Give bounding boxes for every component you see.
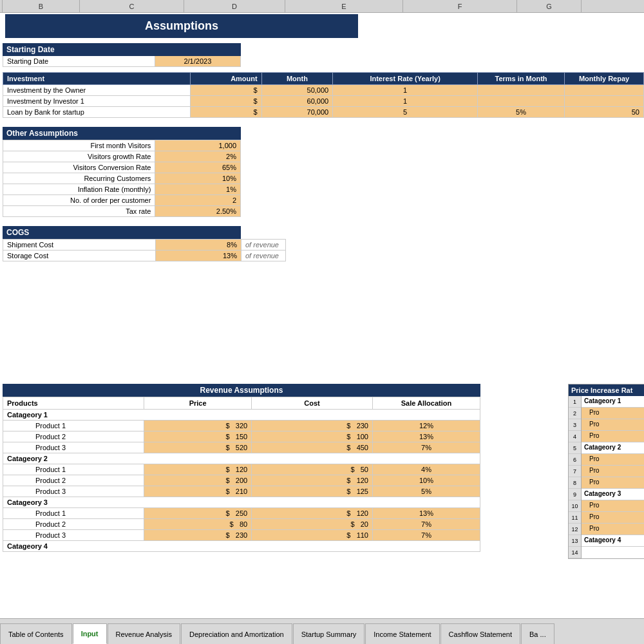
inv-row2-month[interactable]: 1 — [333, 96, 478, 107]
cat1-prod3-price[interactable]: $ 520 — [144, 442, 252, 453]
price-panel-body: 1 2 3 4 5 6 7 8 9 10 11 12 13 14 — [569, 396, 644, 558]
price-panel-content: Catageory 1 Pro Pro Pro Catageory 2 Pro … — [582, 396, 644, 558]
oa-row4-value[interactable]: 10% — [155, 173, 241, 184]
cat2-prod1-alloc[interactable]: 4% — [372, 464, 480, 475]
row-num-7: 7 — [569, 466, 581, 477]
cat1-prod1-cost[interactable]: $ 230 — [252, 421, 373, 431]
inv-col-amount: Amount — [191, 73, 262, 85]
table-row: Visitors Conversion Rate 65% — [3, 162, 241, 173]
cat2-prod2-price[interactable]: $ 200 — [144, 475, 252, 486]
price-increase-panel: Price Increase Rat 1 2 3 4 5 6 7 8 9 10 … — [568, 384, 644, 559]
cat1-prod1-alloc[interactable]: 12% — [372, 421, 480, 431]
inv-row2-amount[interactable]: 60,000 — [261, 96, 333, 107]
inv-row1-terms[interactable] — [565, 85, 644, 96]
cat4-label: Catageory 4 — [3, 541, 480, 552]
inv-row1-amount[interactable]: 50,000 — [261, 85, 333, 96]
cogs-row2-suffix: of revenue — [242, 251, 286, 261]
price-cat3-p1: Pro — [582, 500, 644, 512]
cat2-prod3-alloc[interactable]: 5% — [372, 486, 480, 497]
starting-date-header: Starting Date — [3, 43, 241, 56]
cat1-prod3-alloc[interactable]: 7% — [372, 442, 480, 453]
inv-row2-dollar[interactable]: $ — [191, 96, 262, 107]
price-cat1-p3: Pro — [582, 431, 644, 442]
revenue-assumptions-header: Revenue Assumptions — [3, 384, 480, 397]
inv-row3-terms[interactable]: 50 — [565, 107, 644, 118]
table-row: Product 3 $ 230 $ 110 7% — [3, 530, 480, 541]
price-cat1: Catageory 1 — [582, 396, 644, 408]
cat3-prod2-alloc[interactable]: 7% — [372, 519, 480, 530]
cat1-prod2-price[interactable]: $ 150 — [144, 431, 252, 442]
cat3-prod2-price[interactable]: $ 80 — [144, 519, 252, 530]
inv-row1-rate[interactable] — [478, 85, 565, 96]
cat3-prod1-price[interactable]: $ 250 — [144, 508, 252, 519]
table-row: Catageory 4 — [3, 541, 480, 552]
table-row: Shipment Cost 8% of revenue — [3, 240, 286, 251]
price-cat2-p3: Pro — [582, 477, 644, 489]
spreadsheet: B C D E F G Assumptions Starting Date St… — [0, 0, 644, 618]
row-num-14: 14 — [569, 547, 581, 558]
oa-row5-value[interactable]: 1% — [155, 184, 241, 195]
tab-table-of-contents[interactable]: Table of Contents — [0, 623, 72, 644]
oa-row2-value[interactable]: 2% — [155, 151, 241, 162]
starting-date-value[interactable]: 2/1/2023 — [155, 56, 240, 66]
cogs-row2-value[interactable]: 13% — [156, 251, 242, 261]
table-row: Catageory 1 — [3, 410, 480, 421]
cat2-label: Catageory 2 — [3, 453, 480, 464]
inv-row3-amount[interactable]: 70,000 — [261, 107, 333, 118]
inv-row3-dollar[interactable]: $ — [191, 107, 262, 118]
inv-row1-dollar[interactable]: $ — [191, 85, 262, 96]
cogs-row2-label: Storage Cost — [3, 251, 156, 261]
oa-row6-value[interactable]: 2 — [155, 195, 241, 206]
tab-input[interactable]: Input — [73, 623, 107, 644]
inv-row3-rate[interactable]: 5% — [478, 107, 565, 118]
table-row: Catageory 3 — [3, 497, 480, 508]
cat1-prod2-alloc[interactable]: 13% — [372, 431, 480, 442]
tab-ba[interactable]: Ba ... — [521, 623, 554, 644]
oa-row1-value[interactable]: 1,000 — [155, 140, 241, 151]
row-num-2: 2 — [569, 408, 581, 419]
starting-date-row: Starting Date 2/1/2023 — [3, 56, 241, 67]
cat1-label: Catageory 1 — [3, 410, 480, 421]
inv-row2-terms[interactable] — [565, 96, 644, 107]
tab-revenue-analysis[interactable]: Revenue Analysis — [108, 623, 180, 644]
cat1-prod2-cost[interactable]: $ 100 — [252, 431, 373, 442]
row-num-13: 13 — [569, 535, 581, 547]
cat3-prod3-cost[interactable]: $ 110 — [252, 530, 373, 541]
inv-row2-rate[interactable] — [478, 96, 565, 107]
oa-row3-value[interactable]: 65% — [155, 162, 241, 173]
cat3-prod3-price[interactable]: $ 230 — [144, 530, 252, 541]
oa-row2-label: Visitors growth Rate — [3, 151, 155, 162]
cat2-prod3-price[interactable]: $ 210 — [144, 486, 252, 497]
cat2-prod1-cost[interactable]: $ 50 — [252, 464, 373, 475]
oa-row7-label: Tax rate — [3, 206, 155, 217]
cat2-prod3-name: Product 3 — [3, 486, 144, 497]
cat2-prod3-cost[interactable]: $ 125 — [252, 486, 373, 497]
cat2-prod2-alloc[interactable]: 10% — [372, 475, 480, 486]
cat3-prod3-alloc[interactable]: 7% — [372, 530, 480, 541]
tab-depreciation[interactable]: Depreciation and Amortization — [181, 623, 292, 644]
row-num-11: 11 — [569, 512, 581, 524]
inv-col-rate: Interest Rate (Yearly) — [333, 73, 478, 85]
cat3-prod2-cost[interactable]: $ 20 — [252, 519, 373, 530]
revenue-assumptions-table: Products Price Cost Sale Allocation Cata… — [3, 397, 480, 552]
cat3-prod1-alloc[interactable]: 13% — [372, 508, 480, 519]
tab-startup-summary[interactable]: Startup Summary — [293, 623, 365, 644]
price-cat2: Catageory 2 — [582, 442, 644, 454]
inv-row1-month[interactable]: 1 — [333, 85, 478, 96]
cogs-row1-value[interactable]: 8% — [156, 240, 242, 251]
table-row: Product 1 $ 320 $ 230 12% — [3, 421, 480, 431]
cogs-table: Shipment Cost 8% of revenue Storage Cost… — [3, 239, 286, 261]
oa-row7-value[interactable]: 2.50% — [155, 206, 241, 217]
cat2-prod2-cost[interactable]: $ 120 — [252, 475, 373, 486]
cogs-section: COGS Shipment Cost 8% of revenue Storage… — [3, 226, 644, 261]
cat1-prod3-cost[interactable]: $ 450 — [252, 442, 373, 453]
cat1-prod1-price[interactable]: $ 320 — [144, 421, 252, 431]
cat1-prod2-name: Product 2 — [3, 431, 144, 442]
tab-cashflow-statement[interactable]: Cashflow Statement — [440, 623, 520, 644]
cat3-prod1-cost[interactable]: $ 120 — [252, 508, 373, 519]
cat2-prod1-price[interactable]: $ 120 — [144, 464, 252, 475]
inv-row3-month[interactable]: 5 — [333, 107, 478, 118]
row-num-5: 5 — [569, 442, 581, 454]
tab-income-statement[interactable]: Income Statement — [365, 623, 439, 644]
price-panel-header: Price Increase Rat — [569, 384, 644, 396]
